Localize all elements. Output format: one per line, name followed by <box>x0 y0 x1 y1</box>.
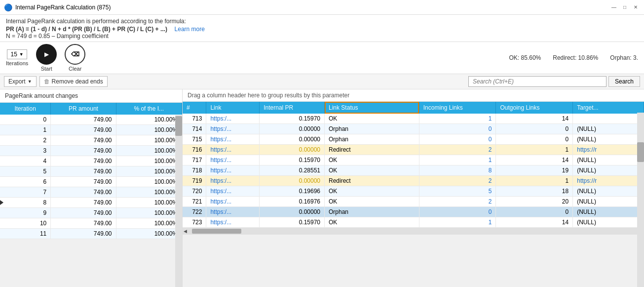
left-table-row[interactable]: 6 749.00 100.00% <box>0 177 182 187</box>
export-label: Export <box>8 78 26 85</box>
right-table-row[interactable]: 715 https:/... 0.00000 Orphan 0 0 (NULL) <box>183 134 644 145</box>
col-header-pr-amount[interactable]: PR amount <box>51 103 116 115</box>
clear-button[interactable]: ⌫ <box>65 44 85 65</box>
row-pr-cell: 0.19696 <box>260 186 325 197</box>
left-vertical-scrollbar[interactable] <box>175 115 182 287</box>
pr-cell: 749.00 <box>51 229 116 239</box>
left-scrollbar-thumb[interactable] <box>175 116 182 136</box>
close-button[interactable]: ✕ <box>631 3 640 12</box>
left-table: Iteration PR amount % of the I... 0 749.… <box>0 103 182 239</box>
left-table-row[interactable]: 8 749.00 100.00% <box>0 198 182 208</box>
row-link-cell[interactable]: https:/... <box>206 176 260 186</box>
col-header-num[interactable]: # <box>183 102 206 114</box>
row-link-cell[interactable]: https:/... <box>206 186 260 197</box>
titlebar: 🔵 Internal PageRank Calculation (875) — … <box>0 0 644 15</box>
pr-cell: 749.00 <box>51 146 116 156</box>
right-table-row[interactable]: 714 https:/... 0.00000 Orphan 0 0 (NULL) <box>183 124 644 134</box>
col-header-link[interactable]: Link <box>206 102 260 114</box>
left-table-row[interactable]: 2 749.00 100.00% <box>0 135 182 146</box>
right-table-row[interactable]: 723 https:/... 0.15970 OK 1 14 (NULL) <box>183 217 644 228</box>
right-table-row[interactable]: 720 https:/... 0.19696 OK 5 18 (NULL) <box>183 186 644 197</box>
row-pr-cell: 0.00000 <box>260 207 325 217</box>
row-link-cell[interactable]: https:/... <box>206 114 260 124</box>
row-link-cell[interactable]: https:/... <box>206 217 260 228</box>
row-outgoing-cell: 19 <box>496 165 573 176</box>
iterations-value: 15 <box>10 51 17 58</box>
row-id-cell: 716 <box>183 145 206 155</box>
pct-cell: 100.00% <box>116 146 182 156</box>
pct-cell: 100.00% <box>116 135 182 146</box>
minimize-button[interactable]: — <box>609 3 618 12</box>
clear-label: Clear <box>69 66 81 72</box>
row-target-cell[interactable]: https://r <box>573 145 644 155</box>
right-table-row[interactable]: 716 https:/... 0.00000 Redirect 2 1 http… <box>183 145 644 155</box>
remove-dead-ends-button[interactable]: 🗑 Remove dead ends <box>39 76 108 87</box>
row-incoming-cell: 0 <box>419 134 496 145</box>
maximize-button[interactable]: □ <box>620 3 629 12</box>
col-header-link-status[interactable]: Link Status <box>325 102 419 114</box>
left-table-row[interactable]: 5 749.00 100.00% <box>0 166 182 177</box>
export-button[interactable]: Export ▼ <box>4 76 37 87</box>
iterations-select[interactable]: 15 ▼ <box>7 49 27 59</box>
row-incoming-cell: 1 <box>419 114 496 124</box>
pr-cell: 749.00 <box>51 187 116 198</box>
start-button[interactable]: ▶ <box>36 44 57 65</box>
right-table-container: # Link Internal PR Link Status Incoming … <box>183 102 644 287</box>
pct-cell: 100.00% <box>116 218 182 229</box>
col-header-target[interactable]: Target... <box>573 102 644 114</box>
iteration-cell: 6 <box>0 177 51 187</box>
main-content: PageRank amount changes Iteration PR amo… <box>0 89 644 287</box>
right-table-body: 713 https:/... 0.15970 OK 1 14 714 https… <box>183 114 644 228</box>
row-id-cell: 721 <box>183 197 206 207</box>
right-scrollbar-thumb[interactable] <box>637 142 644 162</box>
pct-cell: 100.00% <box>116 166 182 177</box>
left-table-row[interactable]: 1 749.00 100.00% <box>0 125 182 135</box>
col-header-internal-pr[interactable]: Internal PR <box>260 102 325 114</box>
iteration-cell: 0 <box>0 115 51 125</box>
right-horizontal-scrollbar[interactable]: ◀ <box>183 228 644 235</box>
row-link-cell[interactable]: https:/... <box>206 197 260 207</box>
row-pr-cell: 0.15970 <box>260 217 325 228</box>
col-header-incoming[interactable]: Incoming Links <box>419 102 496 114</box>
row-link-cell[interactable]: https:/... <box>206 134 260 145</box>
pr-cell: 749.00 <box>51 198 116 208</box>
col-header-outgoing[interactable]: Outgoing Links <box>496 102 573 114</box>
row-status-cell: Orphan <box>325 124 419 134</box>
left-table-row[interactable]: 7 749.00 100.00% <box>0 187 182 198</box>
horizontal-scrollbar-thumb[interactable] <box>192 229 241 234</box>
row-link-cell[interactable]: https:/... <box>206 124 260 134</box>
left-table-row[interactable]: 11 749.00 100.00% <box>0 229 182 239</box>
right-table-row[interactable]: 717 https:/... 0.15970 OK 1 14 (NULL) <box>183 155 644 165</box>
orphan-stat: Orphan: 3. <box>610 54 638 61</box>
row-target-cell[interactable]: https://r <box>573 176 644 186</box>
col-header-iteration[interactable]: Iteration <box>0 103 51 115</box>
left-panel-title: PageRank amount changes <box>0 89 182 103</box>
learn-more-link[interactable]: Learn more <box>175 26 205 33</box>
row-link-cell[interactable]: https:/... <box>206 207 260 217</box>
pr-cell: 749.00 <box>51 125 116 135</box>
left-table-row[interactable]: 9 749.00 100.00% <box>0 208 182 218</box>
row-link-cell[interactable]: https:/... <box>206 165 260 176</box>
row-target-cell: (NULL) <box>573 197 644 207</box>
left-table-row[interactable]: 0 749.00 100.00% <box>0 115 182 125</box>
right-table-row[interactable]: 713 https:/... 0.15970 OK 1 14 <box>183 114 644 124</box>
row-link-cell[interactable]: https:/... <box>206 145 260 155</box>
col-header-pct[interactable]: % of the I... <box>116 103 182 115</box>
scroll-left-icon[interactable]: ◀ <box>184 229 187 234</box>
left-table-row[interactable]: 4 749.00 100.00% <box>0 156 182 166</box>
search-input[interactable] <box>468 76 606 87</box>
left-table-row[interactable]: 3 749.00 100.00% <box>0 146 182 156</box>
left-table-row[interactable]: 10 749.00 100.00% <box>0 218 182 229</box>
toolbar: Export ▼ 🗑 Remove dead ends Search <box>0 74 644 89</box>
row-id-cell: 719 <box>183 176 206 186</box>
right-table-row[interactable]: 719 https:/... 0.00000 Redirect 2 1 http… <box>183 176 644 186</box>
right-table-row[interactable]: 722 https:/... 0.00000 Orphan 0 0 (NULL) <box>183 207 644 217</box>
row-status-cell: OK <box>325 165 419 176</box>
right-table-row[interactable]: 721 https:/... 0.16976 OK 2 20 (NULL) <box>183 197 644 207</box>
pr-cell: 749.00 <box>51 115 116 125</box>
left-table-body: 0 749.00 100.00% 1 749.00 100.00% 2 749.… <box>0 115 182 239</box>
row-link-cell[interactable]: https:/... <box>206 155 260 165</box>
right-vertical-scrollbar[interactable] <box>637 113 644 287</box>
search-button[interactable]: Search <box>608 76 640 87</box>
right-table-row[interactable]: 718 https:/... 0.28551 OK 8 19 (NULL) <box>183 165 644 176</box>
